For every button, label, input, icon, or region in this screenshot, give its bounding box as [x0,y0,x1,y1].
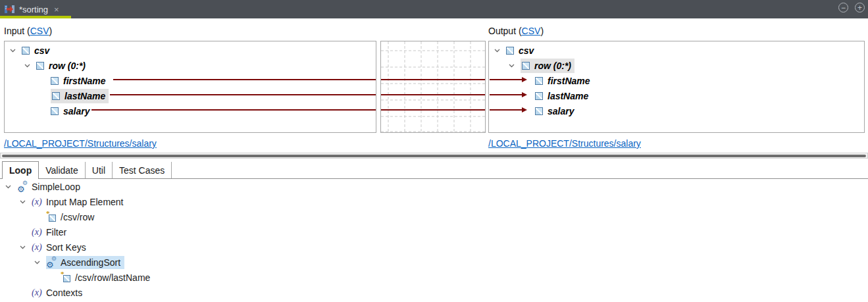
connection-arrowhead-icon [522,77,527,82]
tab-validate[interactable]: Validate [39,162,86,178]
output-node-row[interactable]: row (0:*) [489,58,864,73]
output-heading-prefix: Output ( [488,26,522,36]
node-label: firstName [548,76,590,86]
chevron-down-icon[interactable] [20,245,32,249]
output-node-salary[interactable]: salary [489,103,864,118]
connection-line[interactable] [381,94,485,95]
connection-line[interactable] [110,94,376,95]
node-label: SimpleLoop [32,182,80,192]
connection-line[interactable] [490,94,523,95]
input-node-csv[interactable]: csv [5,43,376,58]
loop-config-tree: SimpleLoop (x) Input Map Element * /csv/… [0,179,868,300]
node-label: Contexts [46,288,82,298]
connection-arrowhead-icon [522,107,527,113]
expand-all-button[interactable]: + [855,3,865,13]
input-heading-prefix: Input ( [4,26,30,36]
selected-node-highlight: AscendingSort [46,256,124,269]
node-label: csv [519,45,534,56]
node-label: row (0:*) [49,61,86,71]
output-node-firstname[interactable]: firstName [489,73,864,88]
input-structure-link[interactable]: /LOCAL_PROJECT/Structures/salary [4,138,157,149]
expression-icon: (x) [32,197,42,207]
input-csv-link[interactable]: CSV [30,26,49,36]
gears-icon [46,257,57,268]
connection-line[interactable] [381,79,485,80]
loop-node-ascendingsort[interactable]: AscendingSort [0,255,868,270]
output-node-lastname[interactable]: lastName [489,88,864,103]
node-label: salary [548,106,574,116]
input-node-lastname[interactable]: lastName [5,88,376,103]
expression-icon: (x) [32,242,42,253]
close-tab-icon[interactable]: × [54,5,59,14]
mapping-canvas[interactable] [380,41,486,133]
connection-line[interactable] [490,109,523,111]
selected-node-highlight: row (0:*) [521,59,574,73]
connection-line[interactable] [490,79,523,80]
xpath-icon: * [46,212,57,222]
loop-node-csv-row[interactable]: * /csv/row [0,209,868,224]
node-label: Sort Keys [46,242,86,253]
input-node-firstname[interactable]: firstName [5,73,376,88]
collapse-all-button[interactable]: − [838,3,848,13]
loop-node-contexts[interactable]: (x) Contexts [0,285,868,300]
connection-line[interactable] [91,109,376,111]
connection-line[interactable] [381,109,485,111]
tab-loop[interactable]: Loop [2,161,39,179]
chevron-down-icon[interactable] [10,49,22,53]
input-node-salary[interactable]: salary [5,103,376,118]
tab-util[interactable]: Util [86,162,113,178]
input-node-row[interactable]: row (0:*) [5,58,376,73]
xpath-icon: * [61,272,71,282]
node-label: firstName [63,76,106,86]
node-label: csv [34,45,49,56]
chevron-spacer [20,291,32,295]
scrollbar-thumb[interactable] [2,155,866,157]
element-icon [51,77,59,85]
element-icon [535,77,543,85]
output-node-csv[interactable]: csv [489,43,864,58]
loop-node-simpleloop[interactable]: SimpleLoop [0,179,868,194]
chevron-down-icon[interactable] [494,49,506,53]
node-label: Filter [46,227,66,238]
element-icon [506,47,514,55]
mapping-document-icon [4,4,15,14]
node-label: Input Map Element [46,197,124,207]
chevron-down-icon[interactable] [5,185,17,189]
output-heading-suffix: ) [540,26,544,36]
loop-node-sort-keys[interactable]: (x) Sort Keys [0,239,868,255]
element-icon [535,107,543,115]
node-label: salary [63,106,89,116]
output-structure-link[interactable]: /LOCAL_PROJECT/Structures/salary [488,138,641,149]
element-icon [22,47,30,55]
element-icon [522,62,530,70]
chevron-spacer [39,94,51,98]
chevron-spacer [49,276,61,280]
node-label: row (0:*) [534,61,571,71]
output-heading: Output (CSV) [488,26,544,36]
chevron-down-icon[interactable] [509,64,521,68]
bottom-tabstrip: Loop Validate Util Test Cases [0,161,868,179]
chevron-down-icon[interactable] [20,200,32,204]
output-csv-link[interactable]: CSV [522,26,541,36]
tab-test-cases[interactable]: Test Cases [113,162,172,178]
chevron-spacer [34,215,46,219]
input-heading-suffix: ) [49,26,53,36]
element-icon [535,92,543,100]
element-icon [52,92,60,100]
loop-node-csv-row-lastname[interactable]: * /csv/row/lastName [0,270,868,285]
horizontal-scrollbar[interactable] [0,153,868,159]
node-label: /csv/row [61,212,94,222]
chevron-down-icon[interactable] [34,261,46,264]
node-label: lastName [548,91,588,101]
element-icon [36,62,44,70]
connection-line[interactable] [113,79,376,80]
loop-node-input-map-element[interactable]: (x) Input Map Element [0,194,868,209]
output-tree-panel: csv row (0:*) firstName lastName salary [488,41,865,133]
canvas-grid [381,41,485,132]
mapper-window: { "titlebar": { "tab_title": "*sorting",… [0,0,868,302]
chevron-spacer [39,109,51,113]
loop-node-filter[interactable]: (x) Filter [0,224,868,239]
input-tree-panel: csv row (0:*) firstName lastName salary [4,41,376,133]
chevron-down-icon[interactable] [24,64,36,68]
document-tab-sorting[interactable]: *sorting × [0,0,72,18]
